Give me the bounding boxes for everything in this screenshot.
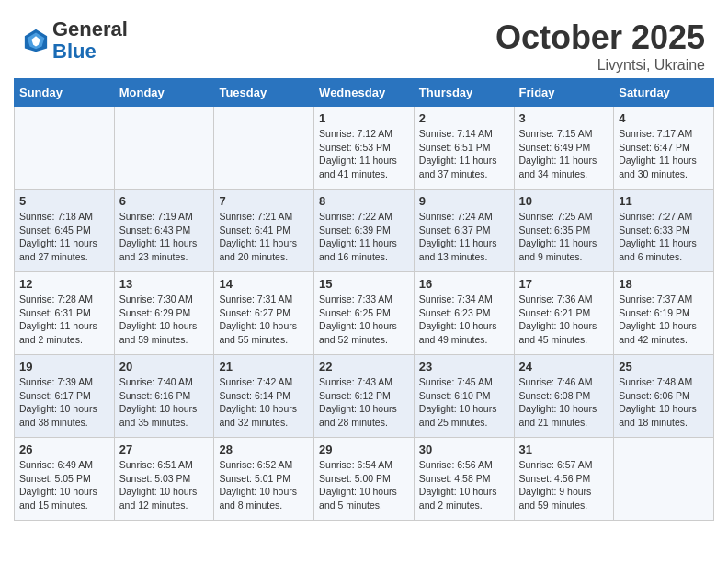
day-number: 9 xyxy=(419,194,509,208)
day-number: 5 xyxy=(19,194,109,208)
weekday-header-friday: Friday xyxy=(514,79,614,107)
calendar-table: SundayMondayTuesdayWednesdayThursdayFrid… xyxy=(14,78,714,521)
calendar-cell: 28Sunrise: 6:52 AM Sunset: 5:01 PM Dayli… xyxy=(214,438,314,521)
day-number: 28 xyxy=(219,442,309,456)
day-number: 16 xyxy=(419,277,509,291)
calendar-cell: 7Sunrise: 7:21 AM Sunset: 6:41 PM Daylig… xyxy=(214,190,314,272)
day-number: 20 xyxy=(119,360,210,373)
day-info: Sunrise: 6:56 AM Sunset: 4:58 PM Dayligh… xyxy=(419,458,509,512)
calendar-cell xyxy=(614,438,714,521)
calendar-week-row: 26Sunrise: 6:49 AM Sunset: 5:05 PM Dayli… xyxy=(15,438,714,521)
day-info: Sunrise: 7:30 AM Sunset: 6:29 PM Dayligh… xyxy=(119,293,210,347)
day-number: 30 xyxy=(419,442,509,456)
day-info: Sunrise: 7:18 AM Sunset: 6:45 PM Dayligh… xyxy=(19,210,109,264)
day-number: 11 xyxy=(619,194,709,208)
calendar-cell: 3Sunrise: 7:15 AM Sunset: 6:49 PM Daylig… xyxy=(514,107,614,190)
day-number: 7 xyxy=(219,194,309,208)
day-info: Sunrise: 7:15 AM Sunset: 6:49 PM Dayligh… xyxy=(519,127,609,181)
logo-icon xyxy=(23,28,49,53)
day-number: 29 xyxy=(319,442,409,456)
calendar-cell: 15Sunrise: 7:33 AM Sunset: 6:25 PM Dayli… xyxy=(314,272,415,355)
calendar-cell: 27Sunrise: 6:51 AM Sunset: 5:03 PM Dayli… xyxy=(114,438,214,521)
calendar-cell: 9Sunrise: 7:24 AM Sunset: 6:37 PM Daylig… xyxy=(414,190,514,272)
calendar-cell: 29Sunrise: 6:54 AM Sunset: 5:00 PM Dayli… xyxy=(314,438,415,521)
day-info: Sunrise: 7:31 AM Sunset: 6:27 PM Dayligh… xyxy=(219,293,309,347)
calendar-cell: 16Sunrise: 7:34 AM Sunset: 6:23 PM Dayli… xyxy=(414,272,514,355)
calendar-cell: 30Sunrise: 6:56 AM Sunset: 4:58 PM Dayli… xyxy=(414,438,514,521)
weekday-header-saturday: Saturday xyxy=(614,79,714,107)
page-header: General Blue October 2025 Livyntsi, Ukra… xyxy=(9,9,719,78)
day-number: 6 xyxy=(119,194,210,208)
calendar-cell: 18Sunrise: 7:37 AM Sunset: 6:19 PM Dayli… xyxy=(614,272,714,355)
logo: General Blue xyxy=(23,18,128,63)
logo-blue-text: Blue xyxy=(52,40,97,63)
calendar-cell: 26Sunrise: 6:49 AM Sunset: 5:05 PM Dayli… xyxy=(15,438,115,521)
calendar-cell: 1Sunrise: 7:12 AM Sunset: 6:53 PM Daylig… xyxy=(314,107,415,190)
day-info: Sunrise: 7:27 AM Sunset: 6:33 PM Dayligh… xyxy=(619,210,709,264)
day-number: 10 xyxy=(519,194,609,208)
day-info: Sunrise: 7:43 AM Sunset: 6:12 PM Dayligh… xyxy=(319,375,409,430)
calendar-cell: 20Sunrise: 7:40 AM Sunset: 6:16 PM Dayli… xyxy=(114,355,214,438)
day-info: Sunrise: 6:49 AM Sunset: 5:05 PM Dayligh… xyxy=(19,458,109,512)
calendar-cell: 10Sunrise: 7:25 AM Sunset: 6:35 PM Dayli… xyxy=(514,190,614,272)
day-number: 3 xyxy=(519,111,609,125)
day-number: 14 xyxy=(219,277,309,291)
calendar-cell: 8Sunrise: 7:22 AM Sunset: 6:39 PM Daylig… xyxy=(314,190,415,272)
day-info: Sunrise: 7:14 AM Sunset: 6:51 PM Dayligh… xyxy=(419,127,509,181)
month-title: October 2025 xyxy=(495,18,705,57)
day-info: Sunrise: 7:37 AM Sunset: 6:19 PM Dayligh… xyxy=(619,293,709,347)
day-number: 17 xyxy=(519,277,609,291)
day-info: Sunrise: 7:24 AM Sunset: 6:37 PM Dayligh… xyxy=(419,210,509,264)
day-number: 15 xyxy=(319,277,409,291)
day-number: 22 xyxy=(319,360,409,373)
calendar-cell xyxy=(15,107,115,190)
calendar-cell: 12Sunrise: 7:28 AM Sunset: 6:31 PM Dayli… xyxy=(15,272,115,355)
calendar-cell: 5Sunrise: 7:18 AM Sunset: 6:45 PM Daylig… xyxy=(15,190,115,272)
day-info: Sunrise: 7:19 AM Sunset: 6:43 PM Dayligh… xyxy=(119,210,210,264)
calendar-cell: 25Sunrise: 7:48 AM Sunset: 6:06 PM Dayli… xyxy=(614,355,714,438)
day-number: 8 xyxy=(319,194,409,208)
day-info: Sunrise: 7:25 AM Sunset: 6:35 PM Dayligh… xyxy=(519,210,609,264)
calendar-cell: 13Sunrise: 7:30 AM Sunset: 6:29 PM Dayli… xyxy=(114,272,214,355)
calendar-cell: 21Sunrise: 7:42 AM Sunset: 6:14 PM Dayli… xyxy=(214,355,314,438)
day-info: Sunrise: 6:57 AM Sunset: 4:56 PM Dayligh… xyxy=(519,458,609,512)
day-info: Sunrise: 6:52 AM Sunset: 5:01 PM Dayligh… xyxy=(219,458,309,512)
day-number: 25 xyxy=(619,360,709,373)
day-info: Sunrise: 7:33 AM Sunset: 6:25 PM Dayligh… xyxy=(319,293,409,347)
day-info: Sunrise: 7:39 AM Sunset: 6:17 PM Dayligh… xyxy=(19,375,109,430)
day-number: 31 xyxy=(519,442,609,456)
calendar-cell: 2Sunrise: 7:14 AM Sunset: 6:51 PM Daylig… xyxy=(414,107,514,190)
logo-general-text: General xyxy=(52,17,128,40)
weekday-header-tuesday: Tuesday xyxy=(214,79,314,107)
day-number: 26 xyxy=(19,442,109,456)
weekday-header-monday: Monday xyxy=(114,79,214,107)
day-number: 21 xyxy=(219,360,309,373)
day-info: Sunrise: 7:34 AM Sunset: 6:23 PM Dayligh… xyxy=(419,293,509,347)
day-info: Sunrise: 7:42 AM Sunset: 6:14 PM Dayligh… xyxy=(219,375,309,430)
calendar-cell: 31Sunrise: 6:57 AM Sunset: 4:56 PM Dayli… xyxy=(514,438,614,521)
calendar-week-row: 12Sunrise: 7:28 AM Sunset: 6:31 PM Dayli… xyxy=(15,272,714,355)
day-number: 4 xyxy=(619,111,709,125)
day-number: 27 xyxy=(119,442,210,456)
calendar-cell: 17Sunrise: 7:36 AM Sunset: 6:21 PM Dayli… xyxy=(514,272,614,355)
calendar-cell xyxy=(114,107,214,190)
day-info: Sunrise: 6:54 AM Sunset: 5:00 PM Dayligh… xyxy=(319,458,409,512)
day-info: Sunrise: 6:51 AM Sunset: 5:03 PM Dayligh… xyxy=(119,458,210,512)
day-info: Sunrise: 7:12 AM Sunset: 6:53 PM Dayligh… xyxy=(319,127,409,181)
day-info: Sunrise: 7:46 AM Sunset: 6:08 PM Dayligh… xyxy=(519,375,609,430)
day-info: Sunrise: 7:22 AM Sunset: 6:39 PM Dayligh… xyxy=(319,210,409,264)
weekday-header-sunday: Sunday xyxy=(15,79,115,107)
calendar-cell: 4Sunrise: 7:17 AM Sunset: 6:47 PM Daylig… xyxy=(614,107,714,190)
day-info: Sunrise: 7:17 AM Sunset: 6:47 PM Dayligh… xyxy=(619,127,709,181)
day-number: 18 xyxy=(619,277,709,291)
day-number: 12 xyxy=(19,277,109,291)
day-info: Sunrise: 7:45 AM Sunset: 6:10 PM Dayligh… xyxy=(419,375,509,430)
weekday-header-thursday: Thursday xyxy=(414,79,514,107)
day-info: Sunrise: 7:28 AM Sunset: 6:31 PM Dayligh… xyxy=(19,293,109,347)
calendar-cell: 14Sunrise: 7:31 AM Sunset: 6:27 PM Dayli… xyxy=(214,272,314,355)
day-info: Sunrise: 7:40 AM Sunset: 6:16 PM Dayligh… xyxy=(119,375,210,430)
day-number: 23 xyxy=(419,360,509,373)
calendar-cell: 6Sunrise: 7:19 AM Sunset: 6:43 PM Daylig… xyxy=(114,190,214,272)
calendar-cell: 23Sunrise: 7:45 AM Sunset: 6:10 PM Dayli… xyxy=(414,355,514,438)
day-number: 19 xyxy=(19,360,109,373)
